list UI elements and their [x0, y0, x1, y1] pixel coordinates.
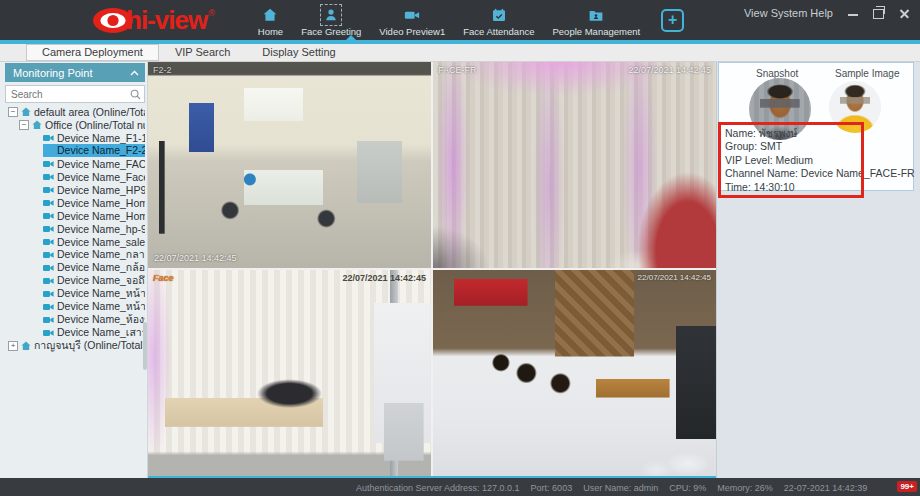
tree-item-label: Device Name_hp-97b80 — [57, 223, 145, 235]
camera-icon — [43, 212, 54, 220]
calendar-check-icon — [490, 6, 508, 24]
window-controls: View System Help — [744, 7, 910, 19]
camera-icon — [43, 251, 54, 259]
face-greeting-icon — [322, 6, 340, 24]
camera-feed-1[interactable]: F2-2 22/07/2021 14:42:45 — [148, 62, 431, 268]
camera-feed-4[interactable]: 22/07/2021 14:42:45 — [433, 270, 716, 476]
monitoring-point-title: Monitoring Point — [13, 67, 93, 79]
alert-count-badge[interactable]: 99+ — [897, 481, 917, 492]
camera-1-label: F2-2 — [153, 65, 172, 75]
logo-text: hi-view — [126, 0, 207, 40]
camera-icon — [43, 277, 54, 285]
tree-item[interactable]: − default area (Online/Total n... — [5, 105, 145, 118]
tree-item-label: Device Name_Home-F3-1 — [57, 197, 145, 209]
restore-icon — [873, 9, 884, 19]
tree-item[interactable]: Device Name_กลางหน้าก... — [5, 248, 145, 261]
nav-home[interactable]: Home — [249, 3, 292, 37]
camera-2-timestamp: 22/07/2021 14:42:45 — [628, 65, 711, 75]
main-nav: Home Face Greeting Video Preview1 Face A… — [249, 3, 684, 37]
tree-item[interactable]: Device Name_Home-F5-1 — [5, 209, 145, 222]
sample-avatar — [829, 81, 881, 133]
tree-item[interactable]: Device Name_จอถึงวอล2 — [5, 274, 145, 287]
camera-icon — [43, 238, 54, 246]
area-icon — [32, 120, 42, 130]
device-tree: − default area (Online/Total n... − — [5, 105, 145, 478]
area-icon — [21, 107, 31, 117]
vip-detail-panel: Snapshot Sample Image Name: พัชรพงษ์ Gro… — [716, 62, 920, 478]
vip-level: VIP Level: Medium — [725, 154, 915, 167]
camera-icon — [43, 160, 54, 168]
camera-icon — [43, 264, 54, 272]
tree-item-label: default area (Online/Total n... — [34, 106, 145, 118]
nav-face-greeting[interactable]: Face Greeting — [292, 3, 370, 37]
nav-video-preview-label: Video Preview1 — [379, 26, 445, 37]
camera-icon — [43, 316, 54, 324]
video-camera-icon — [403, 6, 421, 24]
tree-expander-icon[interactable]: + — [8, 341, 18, 351]
tree-expander-icon[interactable]: − — [19, 120, 29, 130]
restore-button[interactable] — [873, 8, 884, 18]
camera-feed-3[interactable]: Face 22/07/2021 14:42:45 — [148, 270, 431, 476]
tree-item[interactable]: Device Name_HP97B20... — [5, 183, 145, 196]
nav-people-management[interactable]: People Management — [543, 3, 649, 37]
close-button[interactable] — [899, 8, 910, 18]
camera-icon — [43, 134, 54, 142]
nav-video-preview[interactable]: Video Preview1 — [370, 3, 454, 37]
sidebar-scrollbar[interactable] — [143, 322, 147, 370]
nav-home-label: Home — [258, 26, 283, 37]
camera-icon — [43, 199, 54, 207]
camera-icon — [43, 303, 54, 311]
nav-face-attendance[interactable]: Face Attendance — [454, 3, 543, 37]
tree-item[interactable]: + กาญจนบุรี (Online/Total nu... — [5, 339, 145, 352]
tree-item[interactable]: Device Name_ห้องของซ่อม — [5, 313, 145, 326]
tree-item-label: Device Name_กลางหน้าก... — [57, 248, 145, 261]
tree-expander-icon[interactable]: − — [8, 107, 18, 117]
camera-1-timestamp: 22/07/2021 14:42:45 — [154, 253, 237, 263]
tree-item-label: Device Name_F1-1 — [57, 132, 145, 144]
camera-4-timestamp: 22/07/2021 14:42:45 — [638, 273, 711, 282]
status-cpu: CPU: 9% — [669, 483, 706, 493]
help-menu[interactable]: View System Help — [744, 7, 833, 19]
sidebar-search-box — [5, 85, 145, 103]
app-window: hi-view ® Home Face Greeting Video Pr — [0, 0, 920, 496]
logo-registered-mark: ® — [208, 8, 215, 18]
tree-item[interactable]: Device Name_Home-F3-1 — [5, 196, 145, 209]
monitoring-point-header[interactable]: Monitoring Point — [5, 63, 145, 82]
camera-icon — [43, 173, 54, 181]
tree-item-label: Device Name_เสารักกลาง... — [57, 326, 145, 339]
tree-item[interactable]: Device Name_sale3-2 — [5, 235, 145, 248]
active-tab-caret — [346, 35, 356, 40]
search-input[interactable] — [9, 88, 130, 101]
vip-name: Name: พัชรพงษ์ — [725, 127, 915, 140]
tree-item[interactable]: Device Name_หน้าบ้านข้าง — [5, 300, 145, 313]
vip-time: Time: 14:30:10 — [725, 181, 915, 194]
people-folder-icon — [587, 6, 605, 24]
minimize-button[interactable] — [848, 8, 858, 18]
status-auth-server: Authentication Server Address: 127.0.0.1 — [356, 483, 520, 493]
tree-item[interactable]: Device Name_F2-2 — [5, 144, 145, 157]
recognition-card: Snapshot Sample Image Name: พัชรพงษ์ Gro… — [718, 62, 914, 191]
tree-item-label: Device Name_ห้องของซ่อม — [57, 313, 145, 326]
tree-item[interactable]: Device Name_Face — [5, 170, 145, 183]
tab-bar: Camera Deployment VIP Search Display Set… — [0, 44, 920, 62]
tree-item[interactable]: Device Name_FACE-FR — [5, 157, 145, 170]
tree-item-label: Device Name_Home-F5-1 — [57, 210, 145, 222]
tree-item-label: Device Name_หน้าบ้าน — [57, 287, 145, 300]
top-bar: hi-view ® Home Face Greeting Video Pr — [0, 0, 920, 40]
tree-item-label: Device Name_F2-2 — [43, 144, 145, 157]
add-module-button[interactable]: + — [661, 9, 684, 32]
tree-item[interactable]: − Office (Online/Total numb... — [5, 118, 145, 131]
tree-item[interactable]: Device Name_F1-1 — [5, 131, 145, 144]
tree-item[interactable]: Device Name_hp-97b80 — [5, 222, 145, 235]
camera-2-label: FACE-FR — [438, 65, 477, 75]
status-bar: Authentication Server Address: 127.0.0.1… — [0, 478, 920, 496]
tree-item[interactable]: Device Name_หน้าบ้าน — [5, 287, 145, 300]
monitoring-point-sidebar: Monitoring Point − — [0, 62, 148, 478]
tab-display-setting[interactable]: Display Setting — [246, 44, 351, 61]
camera-feed-2[interactable]: FACE-FR 22/07/2021 14:42:45 — [433, 62, 716, 268]
tab-camera-deployment[interactable]: Camera Deployment — [26, 44, 159, 61]
tree-item[interactable]: Device Name_เสารักกลาง... — [5, 326, 145, 339]
tree-item-label: Office (Online/Total numb... — [45, 119, 145, 131]
tree-item[interactable]: Device Name_กล้อง IP — [5, 261, 145, 274]
tab-vip-search[interactable]: VIP Search — [159, 44, 246, 61]
